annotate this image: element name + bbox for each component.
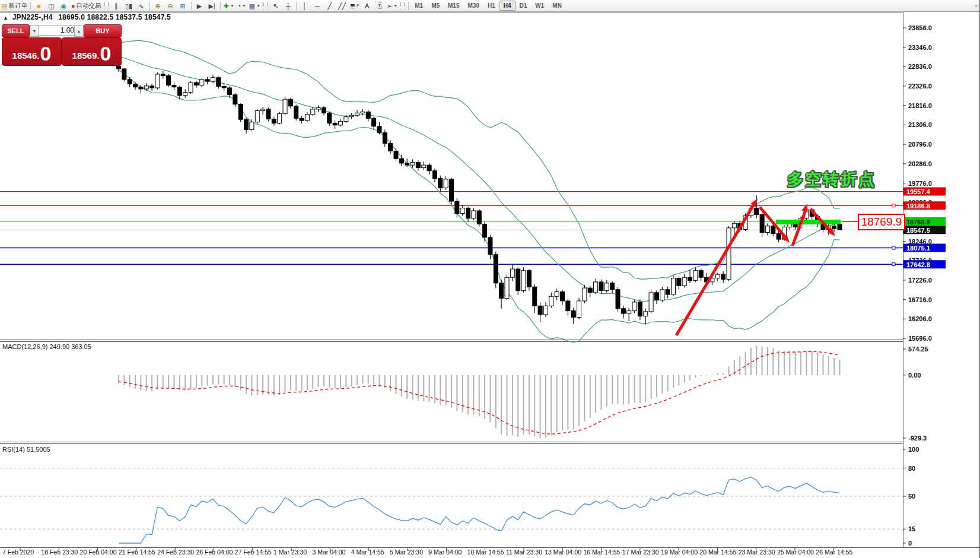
svg-text:26 Feb 04:00: 26 Feb 04:00 <box>196 549 233 556</box>
sell-button[interactable]: SELL <box>2 24 30 37</box>
svg-text:21816.0: 21816.0 <box>908 102 932 109</box>
svg-text:21306.0: 21306.0 <box>908 121 932 128</box>
svg-text:17226.0: 17226.0 <box>908 277 932 284</box>
collapse-triangle-icon[interactable]: ▲ <box>3 15 8 21</box>
svg-text:24 Feb 23:30: 24 Feb 23:30 <box>157 549 194 556</box>
chart-canvas: 23856.023346.022836.022326.021816.021306… <box>0 0 980 558</box>
svg-text:9 Mar 04:00: 9 Mar 04:00 <box>428 549 462 556</box>
price-axis: 23856.023346.022836.022326.021816.021306… <box>903 24 946 342</box>
svg-text:13 Mar 04:00: 13 Mar 04:00 <box>545 549 581 556</box>
svg-text:16 Mar 14:55: 16 Mar 14:55 <box>584 549 621 556</box>
svg-text:16206.0: 16206.0 <box>908 315 932 322</box>
symbol-period-label: JPN225-,H4 <box>12 13 53 21</box>
svg-text:23 Mar 23:30: 23 Mar 23:30 <box>739 549 775 556</box>
macd-panel: 574.250.00-929.3 <box>119 345 928 442</box>
svg-text:574.25: 574.25 <box>908 345 928 353</box>
svg-text:16716.0: 16716.0 <box>908 296 932 303</box>
svg-text:80: 80 <box>908 465 915 472</box>
svg-text:15696.0: 15696.0 <box>908 335 932 342</box>
rsi-label: RSI(14) 51.5005 <box>2 446 50 453</box>
svg-text:18 Feb 23:30: 18 Feb 23:30 <box>41 549 78 556</box>
svg-text:50: 50 <box>908 493 915 500</box>
volume-up-button[interactable]: ▲ <box>74 25 84 37</box>
sell-price-panel[interactable]: 18546. 0 <box>2 37 62 66</box>
sell-price-big-digit: 0 <box>40 43 51 64</box>
buy-price-panel[interactable]: 18569. 0 <box>62 37 122 66</box>
svg-text:5 Mar 23:30: 5 Mar 23:30 <box>390 549 423 556</box>
candlestick-series <box>117 64 842 325</box>
svg-text:0.00: 0.00 <box>908 372 921 379</box>
ohlc-values: 18695.0 18822.5 18537.5 18547.5 <box>58 13 171 21</box>
svg-text:27 Feb 14:55: 27 Feb 14:55 <box>235 549 272 556</box>
svg-text:1 Mar 23:30: 1 Mar 23:30 <box>273 549 307 556</box>
one-click-trading-panel: SELL ▼ 1.00 ▲ BUY 18546. 0 18569. 0 <box>1 24 121 63</box>
svg-text:20796.0: 20796.0 <box>908 141 932 148</box>
svg-text:26 Mar 14:55: 26 Mar 14:55 <box>816 549 852 556</box>
panel-borders <box>0 0 980 558</box>
svg-text:17 Mar 23:30: 17 Mar 23:30 <box>622 549 659 556</box>
svg-text:10 Mar 14:55: 10 Mar 14:55 <box>467 549 504 556</box>
svg-text:0: 0 <box>908 540 912 547</box>
buy-price: 18569. <box>72 48 100 64</box>
svg-text:17642.8: 17642.8 <box>906 261 930 268</box>
macd-label: MACD(12,26,9) 249.90 363.05 <box>2 343 91 350</box>
svg-text:19557.4: 19557.4 <box>906 188 931 195</box>
symbol-title: ▲ JPN225-,H4 18695.0 18822.5 18537.5 185… <box>3 13 171 21</box>
svg-text:-929.3: -929.3 <box>908 435 927 442</box>
svg-text:20 Feb 04:00: 20 Feb 04:00 <box>80 549 117 556</box>
svg-text:19776.0: 19776.0 <box>908 180 932 187</box>
svg-text:15: 15 <box>908 525 915 532</box>
svg-text:100: 100 <box>908 446 919 453</box>
svg-text:25 Mar 04:00: 25 Mar 04:00 <box>777 549 814 556</box>
buy-button[interactable]: BUY <box>84 24 122 37</box>
rsi-panel: 1008050150 <box>0 446 919 547</box>
svg-text:23856.0: 23856.0 <box>908 24 932 31</box>
svg-text:19186.8: 19186.8 <box>906 202 930 210</box>
svg-text:20286.0: 20286.0 <box>908 160 932 167</box>
svg-text:3 Mar 04:00: 3 Mar 04:00 <box>312 549 345 556</box>
svg-text:4 Mar 14:55: 4 Mar 14:55 <box>351 549 384 556</box>
svg-text:7 Feb 2020: 7 Feb 2020 <box>2 549 34 556</box>
svg-text:21 Feb 14:55: 21 Feb 14:55 <box>119 549 155 556</box>
svg-text:22326.0: 22326.0 <box>908 83 932 90</box>
volume-input[interactable]: 1.00 <box>38 25 77 36</box>
svg-text:20 Mar 14:55: 20 Mar 14:55 <box>699 549 736 556</box>
svg-text:11 Mar 23:30: 11 Mar 23:30 <box>506 549 542 556</box>
svg-text:18075.1: 18075.1 <box>906 245 930 252</box>
price-callout[interactable]: 18769.9 <box>858 214 905 230</box>
mt4-terminal: ▤新订单■◫◉●自动交易∥▯▮∿⊕⊖⊞▶▶|✚▼◔▼▦▼↖┼│─╱╱╱≣FAT➢… <box>0 0 980 558</box>
turning-point-annotation[interactable]: 多空转折点 <box>787 169 876 190</box>
svg-text:23346.0: 23346.0 <box>908 44 932 51</box>
sell-price: 18546. <box>12 48 40 64</box>
svg-text:18769.9: 18769.9 <box>906 218 930 226</box>
svg-text:22836.0: 22836.0 <box>908 63 932 70</box>
time-axis: 7 Feb 202018 Feb 23:3020 Feb 04:0021 Feb… <box>2 548 852 556</box>
buy-price-big-digit: 0 <box>100 43 111 64</box>
callout-connector <box>842 221 858 222</box>
svg-text:19 Mar 04:00: 19 Mar 04:00 <box>661 549 698 556</box>
svg-text:18547.5: 18547.5 <box>906 227 930 234</box>
